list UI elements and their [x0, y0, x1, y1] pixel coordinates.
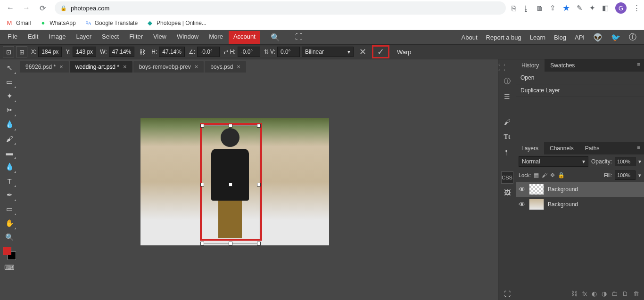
- opacity-dropdown-icon[interactable]: ▾: [638, 158, 641, 165]
- expand-panel-icon[interactable]: ⛶: [501, 288, 513, 300]
- reddit-icon[interactable]: 👽: [593, 33, 603, 42]
- panel-menu-icon[interactable]: ≡: [633, 59, 644, 72]
- skew-h-value[interactable]: -0.0°: [238, 47, 260, 57]
- character-panel-icon[interactable]: Tt: [501, 131, 513, 143]
- link-blog[interactable]: Blog: [554, 34, 566, 41]
- install-icon[interactable]: ⎘: [512, 4, 516, 12]
- keyboard-icon[interactable]: ⌨: [2, 261, 17, 274]
- link-about[interactable]: About: [462, 34, 478, 41]
- layer-mask-icon[interactable]: ◐: [592, 290, 597, 297]
- link-layers-icon[interactable]: ⛓: [571, 290, 578, 297]
- blend-mode-select[interactable]: Normal▾: [519, 156, 588, 167]
- reload-button[interactable]: ⟳: [36, 1, 49, 15]
- menu-more[interactable]: More: [204, 31, 228, 44]
- layer-row[interactable]: 👁 Background: [516, 197, 644, 212]
- lock-all-icon[interactable]: 🔒: [558, 172, 565, 178]
- delete-layer-icon[interactable]: 🗑: [633, 290, 639, 297]
- menu-image[interactable]: Image: [44, 31, 70, 44]
- fill-dropdown-icon[interactable]: ▾: [638, 172, 641, 178]
- close-icon[interactable]: ×: [59, 63, 63, 70]
- brush-panel-icon[interactable]: 🖌: [501, 116, 513, 128]
- tab-channels[interactable]: Channels: [544, 142, 579, 154]
- share-icon[interactable]: ⇪: [550, 4, 556, 12]
- cancel-transform-icon[interactable]: ✕: [355, 47, 370, 57]
- lock-move-icon[interactable]: ✥: [550, 172, 555, 178]
- adjustment-layer-icon[interactable]: ◑: [602, 290, 607, 297]
- layer-effects-icon[interactable]: fx: [582, 290, 587, 297]
- menu-view[interactable]: View: [149, 31, 171, 44]
- crop-tool[interactable]: ✂: [2, 104, 17, 117]
- hand-tool[interactable]: ✋: [2, 217, 17, 230]
- kebab-menu-icon[interactable]: ⋮: [633, 4, 640, 12]
- facebook-icon[interactable]: ⓕ: [629, 32, 636, 42]
- visibility-icon[interactable]: 👁: [519, 186, 525, 193]
- tab-0[interactable]: 96926.psd *×: [20, 61, 69, 73]
- link-wh-icon[interactable]: ⛓: [136, 46, 148, 57]
- menu-select[interactable]: Select: [97, 31, 124, 44]
- pen-tool[interactable]: ✒: [2, 188, 17, 202]
- paragraph-panel-icon[interactable]: ¶: [501, 146, 513, 158]
- group-layers-icon[interactable]: 🗀: [611, 290, 618, 297]
- lock-brush-icon[interactable]: 🖌: [542, 172, 547, 178]
- bookmark-star-icon[interactable]: ★: [562, 3, 570, 13]
- properties-panel-icon[interactable]: ☰: [501, 90, 513, 103]
- fullscreen-icon[interactable]: ⛶: [290, 31, 307, 44]
- menu-layer[interactable]: Layer: [72, 31, 97, 44]
- history-item[interactable]: Open: [516, 72, 644, 84]
- search-icon[interactable]: 🔍: [266, 31, 285, 44]
- opacity-input[interactable]: 100%: [615, 157, 636, 166]
- page-icon[interactable]: 🗎: [536, 4, 543, 12]
- link-learn[interactable]: Learn: [530, 34, 545, 41]
- menu-filter[interactable]: Filter: [124, 31, 148, 44]
- y-value[interactable]: 143 px: [73, 47, 96, 57]
- panel-menu-icon[interactable]: ≡: [633, 142, 644, 154]
- transform-bounds-icon[interactable]: ⊡: [3, 46, 14, 57]
- close-icon[interactable]: ×: [237, 63, 240, 70]
- layer-row[interactable]: 👁 Background: [516, 182, 644, 197]
- tab-1[interactable]: wedding-art.psd *×: [70, 61, 132, 73]
- canvas[interactable]: [19, 73, 498, 300]
- close-icon[interactable]: ×: [195, 63, 198, 70]
- angle-value[interactable]: -0.0°: [197, 47, 220, 57]
- zoom-tool[interactable]: 🔍: [2, 231, 17, 244]
- tab-paths[interactable]: Paths: [579, 142, 605, 154]
- link-api[interactable]: API: [575, 34, 585, 41]
- move-tool[interactable]: ↖: [2, 61, 17, 74]
- interpolation-select[interactable]: Bilinear▾: [302, 47, 354, 57]
- tab-swatches[interactable]: Swatches: [545, 59, 580, 72]
- brush-tool[interactable]: 🖌: [2, 132, 17, 145]
- new-layer-icon[interactable]: 🗋: [622, 290, 628, 297]
- menu-account[interactable]: Account: [229, 31, 260, 44]
- bookmark-translate[interactable]: 🗛Google Translate: [84, 19, 138, 27]
- fill-input[interactable]: 100%: [615, 170, 636, 180]
- transform-bounding-box[interactable]: [202, 125, 259, 244]
- text-tool[interactable]: T: [2, 174, 17, 187]
- lock-pixels-icon[interactable]: ▦: [534, 172, 539, 178]
- info-panel-icon[interactable]: ⓘ: [501, 75, 513, 88]
- bookmark-photopea[interactable]: ◆Photopea | Online...: [146, 19, 206, 27]
- blur-tool[interactable]: 💧: [2, 160, 17, 173]
- color-swatches[interactable]: [3, 247, 16, 260]
- link-report[interactable]: Report a bug: [486, 34, 521, 41]
- eraser-tool[interactable]: ▬: [2, 146, 17, 159]
- history-item[interactable]: Duplicate Layer: [516, 84, 644, 97]
- twitter-icon[interactable]: 🐦: [611, 33, 620, 42]
- x-value[interactable]: 184 px: [38, 47, 62, 57]
- back-button[interactable]: ←: [4, 1, 17, 15]
- marquee-tool[interactable]: ▭: [2, 75, 17, 89]
- wand-tool[interactable]: ✦: [2, 89, 17, 103]
- eyedropper-ext-icon[interactable]: ✎: [577, 4, 583, 12]
- tab-history[interactable]: History: [516, 59, 545, 72]
- tab-3[interactable]: boys.psd×: [205, 61, 246, 73]
- tab-2[interactable]: boys-removebg-prev×: [133, 61, 204, 73]
- forward-button[interactable]: →: [20, 1, 33, 15]
- extensions-icon[interactable]: ✦: [589, 4, 595, 12]
- menu-file[interactable]: File: [3, 31, 22, 44]
- image-panel-icon[interactable]: 🖼: [501, 186, 513, 199]
- menu-edit[interactable]: Edit: [23, 31, 43, 44]
- h-value[interactable]: 47.14%: [159, 47, 185, 57]
- close-icon[interactable]: ×: [123, 63, 127, 70]
- sidepanel-icon[interactable]: ◧: [602, 4, 609, 12]
- visibility-icon[interactable]: 👁: [519, 201, 525, 208]
- address-bar[interactable]: 🔒 photopea.com: [55, 1, 506, 15]
